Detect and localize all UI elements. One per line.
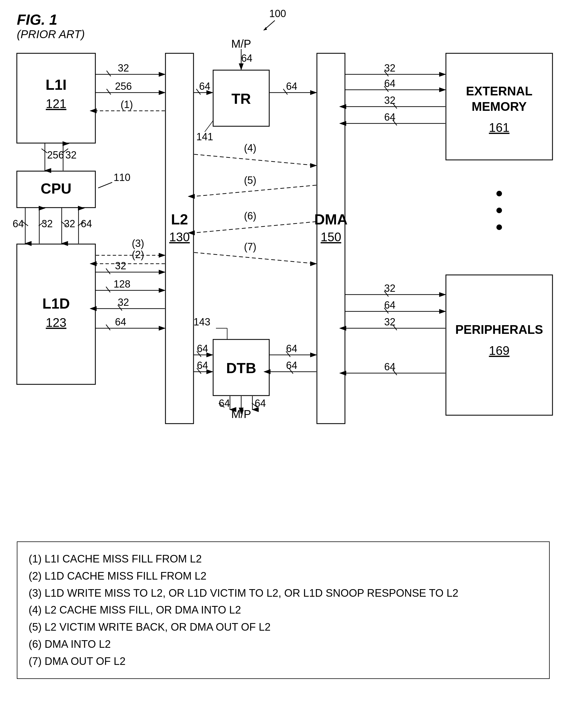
svg-text:EXTERNAL: EXTERNAL bbox=[466, 84, 532, 98]
svg-text:32: 32 bbox=[42, 218, 53, 230]
svg-text:MEMORY: MEMORY bbox=[472, 100, 527, 113]
legend-item-7: (7) DMA OUT OF L2 bbox=[29, 653, 538, 670]
svg-rect-12 bbox=[17, 244, 95, 384]
svg-text:32: 32 bbox=[64, 218, 75, 230]
svg-text:32: 32 bbox=[118, 62, 129, 74]
legend-item-2: (2) L1D CACHE MISS FILL FROM L2 bbox=[29, 568, 538, 584]
svg-line-132 bbox=[194, 154, 316, 165]
svg-text:64: 64 bbox=[255, 397, 266, 409]
svg-text:64: 64 bbox=[384, 78, 395, 89]
svg-text:64: 64 bbox=[199, 80, 210, 92]
svg-text:DMA: DMA bbox=[314, 211, 347, 228]
svg-point-32 bbox=[496, 208, 502, 213]
svg-line-136 bbox=[194, 222, 316, 233]
svg-text:161: 161 bbox=[489, 121, 509, 134]
svg-text:256: 256 bbox=[47, 149, 64, 161]
svg-text:64: 64 bbox=[197, 343, 208, 354]
svg-text:110: 110 bbox=[113, 172, 130, 183]
svg-line-79 bbox=[106, 324, 110, 330]
svg-text:L1I: L1I bbox=[46, 77, 67, 93]
ref-100: 100 bbox=[269, 8, 286, 20]
legend-item-3: (3) L1D WRITE MISS TO L2, OR L1D VICTIM … bbox=[29, 584, 538, 602]
legend-item-1: (1) L1I CACHE MISS FILL FROM L2 bbox=[29, 550, 538, 568]
svg-line-52 bbox=[42, 149, 47, 153]
svg-text:32: 32 bbox=[384, 62, 395, 74]
svg-point-33 bbox=[496, 225, 502, 230]
svg-text:64: 64 bbox=[81, 218, 92, 230]
svg-text:150: 150 bbox=[320, 230, 341, 244]
svg-text:64: 64 bbox=[286, 80, 297, 92]
svg-text:L1D: L1D bbox=[42, 295, 70, 312]
svg-line-10 bbox=[98, 182, 112, 188]
svg-text:64: 64 bbox=[286, 343, 297, 354]
svg-text:64: 64 bbox=[241, 52, 253, 64]
svg-line-73 bbox=[106, 287, 110, 292]
main-diagram: L1I 121 L2 130 CPU 110 L1D 123 DMA 150 T… bbox=[8, 31, 569, 530]
svg-text:143: 143 bbox=[193, 316, 210, 328]
legend-item-5: (5) L2 VICTIM WRITE BACK, OR DMA OUT OF … bbox=[29, 619, 538, 636]
page-container: FIG. 1 (PRIOR ART) 100 L1I 121 L2 130 CP… bbox=[0, 0, 578, 728]
svg-text:CPU: CPU bbox=[41, 180, 72, 197]
svg-text:121: 121 bbox=[46, 97, 66, 110]
svg-text:(1): (1) bbox=[121, 99, 133, 110]
svg-text:32: 32 bbox=[115, 260, 126, 271]
svg-text:(7): (7) bbox=[244, 241, 256, 253]
svg-text:DTB: DTB bbox=[226, 360, 256, 376]
fig-label: FIG. 1 bbox=[17, 11, 85, 28]
svg-text:123: 123 bbox=[46, 316, 66, 329]
svg-text:(2): (2) bbox=[132, 249, 144, 260]
svg-text:M/P: M/P bbox=[231, 37, 251, 50]
svg-text:256: 256 bbox=[115, 80, 132, 92]
svg-text:PERIPHERALS: PERIPHERALS bbox=[455, 322, 543, 336]
svg-line-20 bbox=[205, 121, 213, 132]
svg-text:(6): (6) bbox=[244, 210, 256, 222]
svg-text:169: 169 bbox=[489, 344, 509, 357]
svg-line-47 bbox=[107, 89, 111, 95]
svg-line-134 bbox=[194, 185, 316, 197]
svg-text:L2: L2 bbox=[171, 211, 188, 228]
svg-point-31 bbox=[496, 191, 502, 197]
svg-text:(4): (4) bbox=[244, 142, 256, 154]
svg-line-138 bbox=[194, 253, 316, 264]
svg-text:130: 130 bbox=[169, 230, 190, 244]
svg-text:(3): (3) bbox=[132, 238, 144, 249]
svg-line-70 bbox=[106, 268, 110, 274]
svg-text:64: 64 bbox=[197, 360, 208, 371]
svg-text:TR: TR bbox=[231, 90, 251, 107]
svg-text:128: 128 bbox=[113, 278, 130, 290]
svg-text:32: 32 bbox=[118, 296, 129, 308]
svg-text:32: 32 bbox=[384, 283, 395, 294]
svg-text:141: 141 bbox=[196, 131, 213, 142]
legend-item-6: (6) DMA INTO L2 bbox=[29, 636, 538, 653]
svg-text:(5): (5) bbox=[244, 175, 256, 186]
svg-text:32: 32 bbox=[65, 149, 77, 161]
svg-text:64: 64 bbox=[384, 299, 395, 311]
legend-item-4: (4) L2 CACHE MISS FILL, OR DMA INTO L2 bbox=[29, 601, 538, 619]
svg-text:64: 64 bbox=[12, 218, 24, 230]
legend-box: (1) L1I CACHE MISS FILL FROM L2 (2) L1D … bbox=[17, 541, 550, 679]
svg-text:64: 64 bbox=[286, 360, 297, 371]
svg-text:64: 64 bbox=[115, 316, 126, 328]
svg-line-44 bbox=[107, 71, 111, 76]
